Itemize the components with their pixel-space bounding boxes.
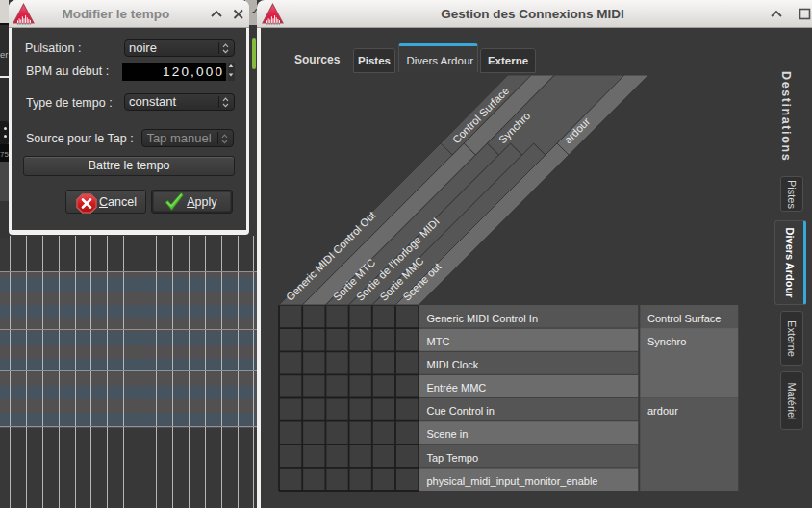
svg-text:Synchro: Synchro bbox=[647, 336, 686, 347]
svg-text:MTC: MTC bbox=[427, 336, 450, 347]
svg-text:Control Surface: Control Surface bbox=[647, 313, 721, 324]
svg-text:Entrée MMC: Entrée MMC bbox=[427, 382, 487, 394]
svg-text:ardour: ardour bbox=[647, 405, 678, 417]
svg-text:Scene in: Scene in bbox=[427, 428, 469, 440]
svg-text:Tap Tempo: Tap Tempo bbox=[427, 452, 479, 464]
svg-text:Generic MIDI Control In: Generic MIDI Control In bbox=[427, 313, 539, 324]
svg-text:Cue Control in: Cue Control in bbox=[427, 405, 495, 417]
svg-text:physical_midi_input_monitor_en: physical_midi_input_monitor_enable bbox=[427, 475, 598, 487]
svg-text:MIDI Clock: MIDI Clock bbox=[427, 359, 479, 370]
